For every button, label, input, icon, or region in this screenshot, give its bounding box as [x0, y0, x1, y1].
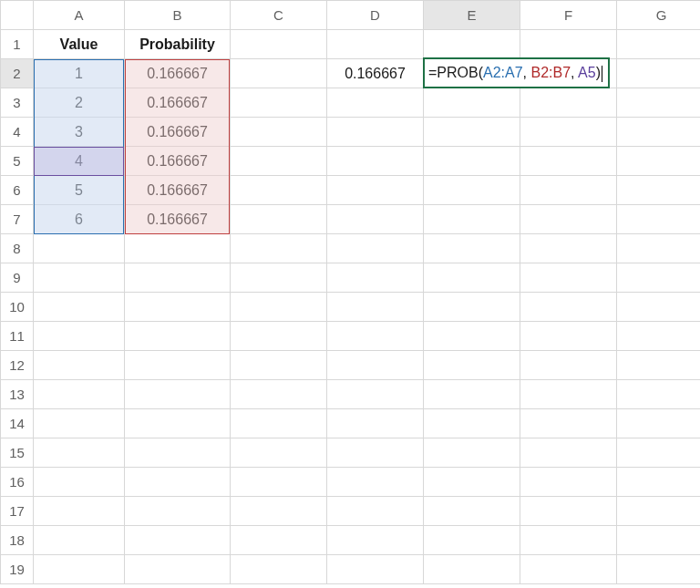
cell-G1[interactable] [617, 30, 701, 59]
col-header-E[interactable]: E [424, 1, 520, 30]
cell-E19[interactable] [424, 555, 520, 584]
cell-G15[interactable] [617, 438, 701, 468]
cell-C6[interactable] [231, 176, 327, 205]
cell-F14[interactable] [520, 409, 617, 438]
cell-G10[interactable] [617, 293, 701, 322]
cell-E9[interactable] [424, 263, 520, 293]
cell-A17[interactable] [34, 497, 125, 526]
cell-C9[interactable] [231, 263, 327, 293]
cell-A19[interactable] [34, 555, 125, 584]
row-header-9[interactable]: 9 [1, 263, 34, 293]
cell-B9[interactable] [125, 263, 231, 293]
cell-B1[interactable]: Probability [125, 30, 231, 59]
row-header-17[interactable]: 17 [1, 497, 34, 526]
col-header-B[interactable]: B [125, 1, 231, 30]
cell-G8[interactable] [617, 234, 701, 263]
cell-C8[interactable] [231, 234, 327, 263]
cell-A1[interactable]: Value [34, 30, 125, 59]
row-header-13[interactable]: 13 [1, 380, 34, 409]
row-header-10[interactable]: 10 [1, 293, 34, 322]
cell-F19[interactable] [520, 555, 617, 584]
cell-B17[interactable] [125, 497, 231, 526]
cell-D18[interactable] [327, 526, 424, 555]
cell-C16[interactable] [231, 468, 327, 497]
cell-E6[interactable] [424, 176, 520, 205]
cell-B6[interactable]: 0.166667 [125, 176, 231, 205]
cell-C15[interactable] [231, 438, 327, 468]
cell-G2[interactable] [617, 59, 701, 88]
cell-C10[interactable] [231, 293, 327, 322]
cell-D2[interactable]: 0.166667 [327, 59, 424, 88]
cell-E8[interactable] [424, 234, 520, 263]
cell-C12[interactable] [231, 351, 327, 380]
cell-C13[interactable] [231, 380, 327, 409]
cell-C18[interactable] [231, 526, 327, 555]
cell-A11[interactable] [34, 322, 125, 351]
cell-B4[interactable]: 0.166667 [125, 118, 231, 147]
cell-A6[interactable]: 5 [34, 176, 125, 205]
cell-B5[interactable]: 0.166667 [125, 147, 231, 176]
cell-A10[interactable] [34, 293, 125, 322]
cell-G5[interactable] [617, 147, 701, 176]
cell-E18[interactable] [424, 526, 520, 555]
cell-B15[interactable] [125, 438, 231, 468]
cell-G16[interactable] [617, 468, 701, 497]
cell-B18[interactable] [125, 526, 231, 555]
cell-F13[interactable] [520, 380, 617, 409]
cell-E4[interactable] [424, 118, 520, 147]
col-header-C[interactable]: C [231, 1, 327, 30]
row-header-12[interactable]: 12 [1, 351, 34, 380]
row-header-18[interactable]: 18 [1, 526, 34, 555]
cell-E16[interactable] [424, 468, 520, 497]
cell-D10[interactable] [327, 293, 424, 322]
cell-G7[interactable] [617, 205, 701, 234]
cell-A2[interactable]: 1 [34, 59, 125, 88]
cell-D4[interactable] [327, 118, 424, 147]
cell-A14[interactable] [34, 409, 125, 438]
col-header-A[interactable]: A [34, 1, 125, 30]
cell-C5[interactable] [231, 147, 327, 176]
cell-E12[interactable] [424, 351, 520, 380]
cell-C17[interactable] [231, 497, 327, 526]
cell-F8[interactable] [520, 234, 617, 263]
cell-F6[interactable] [520, 176, 617, 205]
cell-B11[interactable] [125, 322, 231, 351]
cell-G17[interactable] [617, 497, 701, 526]
cell-G13[interactable] [617, 380, 701, 409]
cell-D6[interactable] [327, 176, 424, 205]
cell-E1[interactable] [424, 30, 520, 59]
cell-F4[interactable] [520, 118, 617, 147]
cell-E13[interactable] [424, 380, 520, 409]
row-header-1[interactable]: 1 [1, 30, 34, 59]
cell-G11[interactable] [617, 322, 701, 351]
cell-C14[interactable] [231, 409, 327, 438]
row-header-2[interactable]: 2 [1, 59, 34, 88]
row-header-19[interactable]: 19 [1, 555, 34, 584]
cell-B14[interactable] [125, 409, 231, 438]
cell-G18[interactable] [617, 526, 701, 555]
cell-F17[interactable] [520, 497, 617, 526]
cell-B12[interactable] [125, 351, 231, 380]
cell-D1[interactable] [327, 30, 424, 59]
cell-B13[interactable] [125, 380, 231, 409]
cell-B7[interactable]: 0.166667 [125, 205, 231, 234]
cell-F7[interactable] [520, 205, 617, 234]
cell-E3[interactable] [424, 88, 520, 118]
cell-D13[interactable] [327, 380, 424, 409]
cell-D16[interactable] [327, 468, 424, 497]
cell-F10[interactable] [520, 293, 617, 322]
cell-E10[interactable] [424, 293, 520, 322]
cell-A15[interactable] [34, 438, 125, 468]
cell-D7[interactable] [327, 205, 424, 234]
cell-A9[interactable] [34, 263, 125, 293]
cell-D3[interactable] [327, 88, 424, 118]
cell-D5[interactable] [327, 147, 424, 176]
cell-A7[interactable]: 6 [34, 205, 125, 234]
cell-C1[interactable] [231, 30, 327, 59]
formula-editor[interactable]: =PROB(A2:A7, B2:B7, A5) [423, 57, 610, 88]
cell-D9[interactable] [327, 263, 424, 293]
row-header-11[interactable]: 11 [1, 322, 34, 351]
cell-C7[interactable] [231, 205, 327, 234]
cell-F5[interactable] [520, 147, 617, 176]
cell-G3[interactable] [617, 88, 701, 118]
